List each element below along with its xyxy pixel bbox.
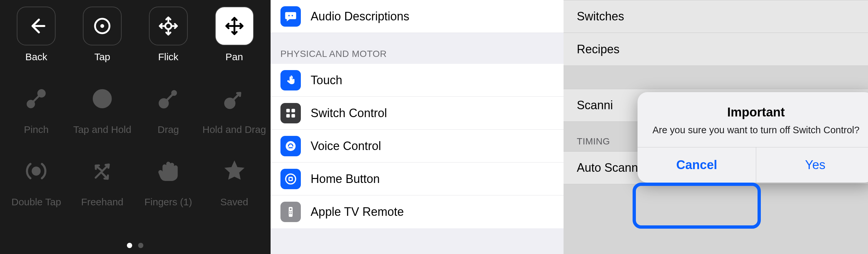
freehand-icon bbox=[89, 158, 115, 184]
row-touch[interactable]: Touch bbox=[271, 64, 563, 97]
row-label: Switches bbox=[577, 9, 624, 23]
gesture-flick[interactable]: Flick bbox=[135, 7, 201, 63]
svg-point-13 bbox=[288, 15, 290, 16]
page-indicator[interactable] bbox=[0, 243, 271, 248]
svg-rect-16 bbox=[291, 109, 295, 112]
row-label: Audio Descriptions bbox=[311, 9, 409, 23]
section-header-physical-motor: PHYSICAL AND MOTOR bbox=[271, 33, 563, 64]
svg-point-3 bbox=[28, 101, 34, 107]
row-voice-control[interactable]: Voice Control bbox=[271, 130, 563, 163]
accessibility-settings-list: Audio Descriptions PHYSICAL AND MOTOR To… bbox=[271, 0, 563, 254]
svg-rect-21 bbox=[289, 177, 292, 180]
circle-dot-icon bbox=[91, 15, 113, 37]
row-label: Recipes bbox=[577, 43, 619, 56]
gesture-label: Freehand bbox=[81, 196, 123, 208]
gesture-label: Drag bbox=[157, 124, 179, 136]
gesture-label: Pinch bbox=[24, 124, 49, 136]
home-button-icon bbox=[280, 169, 301, 189]
row-label: Apple TV Remote bbox=[311, 205, 404, 219]
row-audio-descriptions[interactable]: Audio Descriptions bbox=[271, 0, 563, 33]
svg-point-2 bbox=[165, 23, 171, 29]
row-recipes[interactable]: Recipes bbox=[563, 33, 868, 66]
pan-icon bbox=[224, 15, 245, 37]
row-switch-control[interactable]: Switch Control bbox=[271, 97, 563, 130]
hand-icon bbox=[156, 159, 181, 184]
voice-icon bbox=[280, 136, 301, 156]
gesture-tap-and-hold[interactable]: Tap and Hold bbox=[69, 79, 135, 136]
row-switches[interactable]: Switches bbox=[563, 0, 868, 33]
pinch-icon bbox=[23, 86, 49, 112]
confirm-alert: Important Are you sure you want to turn … bbox=[638, 92, 868, 182]
gesture-label: Back bbox=[25, 51, 48, 63]
double-tap-icon bbox=[22, 157, 50, 185]
gesture-drag[interactable]: Drag bbox=[135, 79, 201, 136]
row-label: Voice Control bbox=[311, 139, 381, 153]
speech-bubble-icon bbox=[280, 6, 301, 27]
svg-rect-17 bbox=[286, 114, 290, 117]
button-label: Yes bbox=[805, 158, 826, 172]
gesture-tap[interactable]: Tap bbox=[69, 7, 135, 63]
alert-cancel-button[interactable]: Cancel bbox=[638, 147, 756, 182]
target-icon bbox=[89, 86, 115, 112]
svg-point-20 bbox=[286, 174, 296, 184]
page-dot-2 bbox=[138, 243, 143, 248]
gesture-pan[interactable]: Pan bbox=[201, 7, 267, 63]
gesture-fingers[interactable]: Fingers (1) bbox=[135, 152, 201, 208]
svg-point-7 bbox=[101, 97, 103, 100]
grid-icon bbox=[280, 103, 301, 123]
alert-confirm-button[interactable]: Yes bbox=[756, 147, 868, 182]
svg-point-11 bbox=[228, 102, 231, 104]
remote-icon bbox=[280, 202, 301, 222]
gesture-saved[interactable]: Saved bbox=[201, 152, 267, 208]
gesture-label: Tap and Hold bbox=[73, 124, 131, 136]
gesture-label: Double Tap bbox=[11, 196, 61, 208]
gesture-label: Tap bbox=[94, 51, 110, 63]
gesture-label: Pan bbox=[225, 51, 243, 63]
flick-icon bbox=[157, 15, 180, 37]
alert-title: Important bbox=[651, 105, 861, 119]
gesture-grid: Back Tap Flick Pan bbox=[0, 7, 271, 208]
alert-message: Are you sure you want to turn off Switch… bbox=[651, 124, 861, 137]
svg-point-24 bbox=[289, 211, 290, 212]
row-label: Home Button bbox=[311, 172, 380, 186]
row-label: Switch Control bbox=[311, 106, 387, 120]
gesture-freehand[interactable]: Freehand bbox=[69, 152, 135, 208]
svg-point-19 bbox=[286, 141, 296, 151]
touch-icon bbox=[280, 70, 301, 90]
gesture-double-tap[interactable]: Double Tap bbox=[3, 152, 69, 208]
svg-point-1 bbox=[101, 25, 104, 28]
row-label: Touch bbox=[311, 74, 342, 87]
row-label: Scanni bbox=[577, 98, 613, 112]
svg-point-26 bbox=[289, 213, 290, 214]
switch-control-settings-with-alert: Switches Recipes Scanni TIMING Auto Scan… bbox=[563, 0, 868, 254]
svg-point-14 bbox=[291, 15, 293, 16]
gesture-back[interactable]: Back bbox=[3, 7, 69, 63]
star-icon bbox=[222, 159, 247, 184]
button-label: Cancel bbox=[676, 158, 717, 172]
gesture-label: Fingers (1) bbox=[144, 196, 192, 208]
svg-rect-18 bbox=[291, 114, 295, 117]
gesture-label: Hold and Drag bbox=[203, 124, 266, 136]
drag-icon bbox=[155, 85, 182, 113]
row-home-button[interactable]: Home Button bbox=[271, 163, 563, 195]
gesture-label: Flick bbox=[158, 51, 179, 63]
section-header-label: TIMING bbox=[577, 136, 610, 147]
svg-point-12 bbox=[33, 168, 40, 175]
page-dot-1 bbox=[127, 243, 132, 248]
svg-point-23 bbox=[290, 208, 291, 210]
gesture-pinch[interactable]: Pinch bbox=[3, 79, 69, 136]
assistive-touch-gesture-menu: Back Tap Flick Pan bbox=[0, 0, 271, 254]
arrow-left-icon bbox=[25, 15, 47, 37]
row-apple-tv-remote[interactable]: Apple TV Remote bbox=[271, 195, 563, 228]
svg-point-25 bbox=[291, 211, 292, 212]
gesture-label: Saved bbox=[220, 196, 248, 208]
svg-rect-15 bbox=[286, 109, 290, 112]
gesture-hold-and-drag[interactable]: Hold and Drag bbox=[201, 79, 267, 136]
svg-point-27 bbox=[291, 213, 292, 214]
hold-drag-icon bbox=[221, 85, 248, 113]
